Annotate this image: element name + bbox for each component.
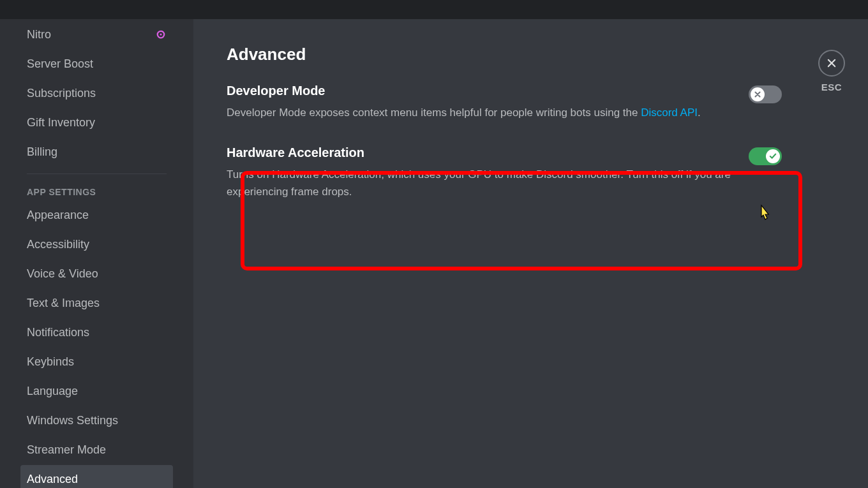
sidebar-item-notifications[interactable]: Notifications bbox=[20, 318, 173, 346]
sidebar-item-label: Billing bbox=[27, 143, 57, 161]
description-text-post: . bbox=[698, 107, 701, 119]
setting-developer-mode: Developer Mode Developer Mode exposes co… bbox=[227, 84, 782, 121]
sidebar-item-voice-video[interactable]: Voice & Video bbox=[20, 260, 173, 288]
setting-title-hardware-acceleration: Hardware Acceleration bbox=[227, 145, 730, 160]
sidebar-item-label: Voice & Video bbox=[27, 265, 98, 283]
page-title: Advanced bbox=[227, 45, 782, 64]
sidebar-header-app-settings: App Settings bbox=[20, 182, 173, 200]
setting-title-developer-mode: Developer Mode bbox=[227, 84, 730, 98]
close-icon bbox=[826, 57, 837, 69]
sidebar-item-label: Text & Images bbox=[27, 294, 100, 312]
cursor-pointer-icon bbox=[756, 204, 772, 226]
sidebar-item-label: Language bbox=[27, 382, 78, 400]
sidebar-item-label: Windows Settings bbox=[27, 411, 118, 429]
sidebar-item-subscriptions[interactable]: Subscriptions bbox=[20, 79, 173, 107]
sidebar-item-label: Server Boost bbox=[27, 55, 93, 73]
sidebar-item-label: Streamer Mode bbox=[27, 441, 106, 459]
title-bar bbox=[0, 0, 868, 19]
settings-sidebar: Nitro Server Boost Subscriptions Gift In… bbox=[0, 19, 193, 488]
sidebar-item-nitro[interactable]: Nitro bbox=[20, 20, 173, 48]
description-text-pre: Developer Mode exposes context menu item… bbox=[227, 107, 641, 119]
sidebar-item-text-images[interactable]: Text & Images bbox=[20, 289, 173, 317]
sidebar-item-label: Accessibility bbox=[27, 235, 89, 253]
setting-description-developer-mode: Developer Mode exposes context menu item… bbox=[227, 105, 782, 121]
settings-content: Advanced Developer Mode Developer Mode e… bbox=[193, 19, 868, 488]
sidebar-item-gift-inventory[interactable]: Gift Inventory bbox=[20, 108, 173, 137]
toggle-developer-mode[interactable] bbox=[749, 85, 782, 103]
sidebar-item-billing[interactable]: Billing bbox=[20, 138, 173, 166]
sidebar-item-keybinds[interactable]: Keybinds bbox=[20, 348, 173, 376]
toggle-hardware-acceleration[interactable] bbox=[749, 147, 782, 165]
svg-point-1 bbox=[160, 34, 162, 36]
sidebar-item-language[interactable]: Language bbox=[20, 377, 173, 405]
sidebar-item-label: Notifications bbox=[27, 323, 89, 341]
sidebar-item-windows-settings[interactable]: Windows Settings bbox=[20, 406, 173, 434]
nitro-badge-icon bbox=[155, 29, 167, 40]
sidebar-item-label: Gift Inventory bbox=[27, 114, 95, 131]
sidebar-item-server-boost[interactable]: Server Boost bbox=[20, 50, 173, 78]
discord-api-link[interactable]: Discord API bbox=[641, 107, 698, 119]
toggle-knob-icon bbox=[751, 87, 765, 101]
sidebar-item-label: Subscriptions bbox=[27, 84, 96, 102]
sidebar-item-label: Nitro bbox=[27, 26, 51, 43]
setting-description-hardware-acceleration: Turns on Hardware Acceleration, which us… bbox=[227, 166, 782, 200]
sidebar-item-streamer-mode[interactable]: Streamer Mode bbox=[20, 436, 173, 464]
sidebar-item-label: Keybinds bbox=[27, 353, 74, 371]
toggle-knob-icon bbox=[766, 149, 780, 163]
sidebar-divider bbox=[27, 174, 167, 174]
close-container: ESC bbox=[818, 50, 845, 92]
setting-hardware-acceleration: Hardware Acceleration Turns on Hardware … bbox=[227, 139, 782, 200]
close-label: ESC bbox=[818, 82, 845, 92]
sidebar-item-appearance[interactable]: Appearance bbox=[20, 201, 173, 229]
sidebar-item-label: Advanced bbox=[27, 470, 78, 488]
close-button[interactable] bbox=[818, 50, 845, 77]
sidebar-item-advanced[interactable]: Advanced bbox=[20, 465, 173, 488]
sidebar-item-accessibility[interactable]: Accessibility bbox=[20, 230, 173, 258]
sidebar-item-label: Appearance bbox=[27, 206, 89, 224]
